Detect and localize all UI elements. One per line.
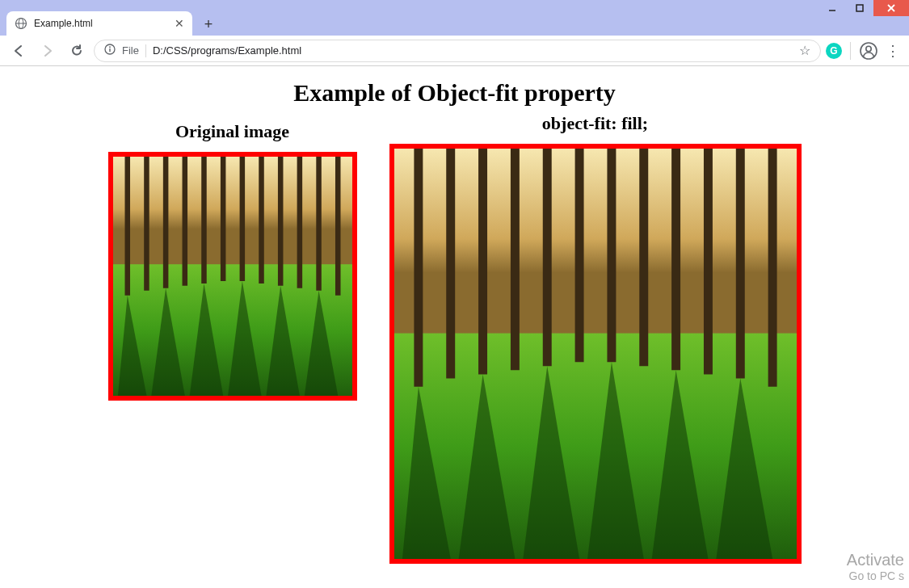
maximize-button[interactable] (846, 0, 873, 16)
watermark-line2: Go to PC s (847, 569, 904, 583)
column-original: Original image (108, 113, 357, 401)
svg-point-8 (109, 46, 111, 48)
browser-toolbar: File D:/CSS/programs/Example.html ☆ G ⋮ (0, 36, 909, 66)
globe-icon (15, 17, 27, 30)
new-tab-button[interactable]: + (197, 13, 220, 36)
info-icon[interactable] (104, 44, 116, 57)
address-bar[interactable]: File D:/CSS/programs/Example.html ☆ (94, 40, 821, 62)
titlebar (0, 0, 909, 8)
toolbar-divider (850, 42, 851, 60)
fill-image (389, 144, 802, 564)
fill-heading: object-fit: fill; (542, 113, 648, 134)
page-title: Example of Object-fit property (0, 79, 909, 107)
menu-kebab-icon[interactable]: ⋮ (883, 41, 903, 61)
svg-rect-1 (856, 5, 863, 11)
browser-window: Example.html ✕ + File D:/CSS/programs/Ex… (0, 0, 909, 588)
page-viewport: Example of Object-fit property Original … (0, 66, 909, 588)
svg-rect-9 (109, 48, 110, 52)
svg-point-11 (866, 46, 871, 51)
extension-badge[interactable]: G (826, 43, 842, 59)
browser-tab[interactable]: Example.html ✕ (6, 11, 192, 36)
forward-button[interactable] (36, 39, 60, 63)
reload-button[interactable] (65, 39, 89, 63)
back-button[interactable] (6, 39, 31, 63)
bookmark-star-icon[interactable]: ☆ (799, 43, 810, 58)
close-window-button[interactable] (873, 0, 909, 16)
profile-avatar-icon[interactable] (859, 41, 878, 61)
window-controls (819, 0, 909, 16)
original-image (108, 152, 357, 401)
tab-strip: Example.html ✕ + (0, 8, 909, 36)
extension-letter: G (830, 45, 837, 57)
column-fill: object-fit: fill; (389, 113, 802, 564)
url-path: D:/CSS/programs/Example.html (153, 44, 793, 57)
original-heading: Original image (175, 121, 289, 142)
content-row: Original image (0, 113, 909, 564)
tab-title: Example.html (34, 18, 168, 29)
address-separator (145, 44, 146, 57)
minimize-button[interactable] (819, 0, 846, 16)
close-tab-icon[interactable]: ✕ (175, 17, 184, 30)
url-scheme-label: File (122, 44, 139, 57)
